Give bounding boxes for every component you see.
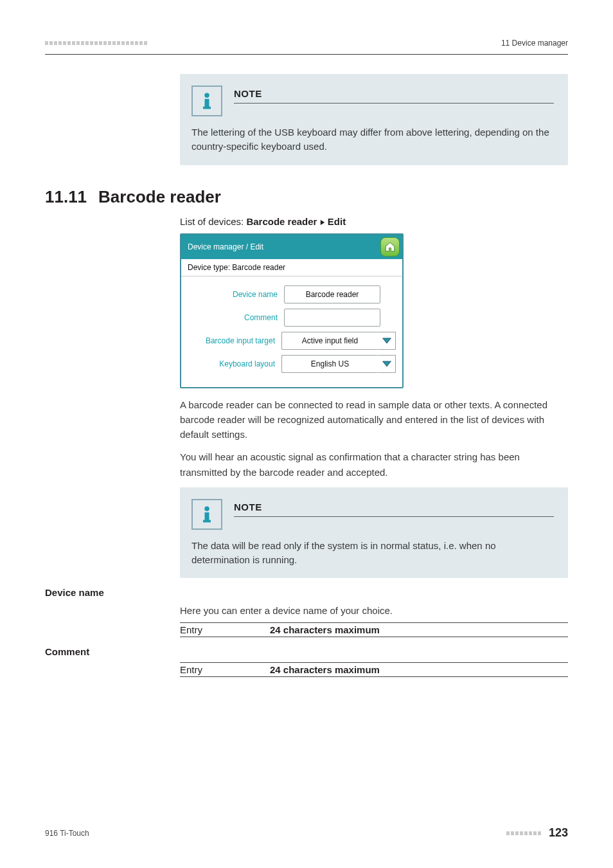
svg-point-0 — [204, 93, 209, 98]
intro-line: List of devices: Barcode reader Edit — [180, 216, 568, 227]
entry-row: Entry 24 characters maximum — [180, 622, 568, 637]
panel-form: Device name Barcode reader Comment Barco… — [181, 285, 402, 387]
info-icon — [191, 499, 222, 530]
note-rule — [234, 103, 554, 104]
intro-bold-2: Edit — [328, 216, 346, 227]
entry-value: 24 characters maximum — [270, 624, 380, 635]
paragraph-1: A barcode reader can be connected to rea… — [180, 397, 568, 442]
header-rule — [45, 54, 568, 55]
entry-label: Entry — [180, 664, 218, 675]
section-number: 11.11 — [45, 187, 87, 207]
svg-marker-5 — [382, 361, 391, 366]
panel-subtitle: Device type: Barcode reader — [181, 259, 402, 273]
page-header: 11 Device manager — [45, 39, 568, 48]
input-target-select[interactable]: Active input field — [281, 332, 378, 350]
keyboard-layout-label: Keyboard layout — [188, 359, 281, 368]
note-body: The data will be read only if the system… — [191, 539, 554, 567]
comment-label: Comment — [188, 313, 284, 322]
note-card-2: NOTE The data will be read only if the s… — [180, 487, 568, 579]
section-heading: 11.11 Barcode reader — [45, 187, 568, 207]
svg-marker-4 — [382, 338, 391, 343]
panel-title: Device manager / Edit — [188, 242, 263, 251]
svg-marker-3 — [320, 220, 324, 225]
comment-field[interactable] — [284, 309, 380, 327]
keyboard-layout-select[interactable]: English US — [281, 355, 378, 373]
panel-titlebar: Device manager / Edit — [181, 235, 402, 259]
home-icon — [384, 241, 396, 253]
chevron-down-icon — [382, 337, 392, 345]
input-target-dropdown[interactable] — [378, 332, 396, 350]
section-title: Barcode reader — [98, 187, 221, 207]
device-edit-panel: Device manager / Edit Device type: Barco… — [180, 233, 404, 388]
svg-rect-8 — [203, 520, 211, 523]
svg-rect-1 — [205, 99, 209, 108]
note-title: NOTE — [234, 502, 554, 512]
chevron-down-icon — [382, 360, 392, 368]
keyboard-layout-dropdown[interactable] — [378, 355, 396, 373]
panel-rule — [181, 276, 402, 276]
note-title: NOTE — [234, 88, 554, 99]
header-ticks — [45, 41, 147, 45]
field-comment: Comment Entry 24 characters maximum — [45, 646, 568, 677]
header-chapter: 11 Device manager — [501, 39, 568, 48]
input-target-label: Barcode input target — [188, 336, 281, 345]
device-name-label: Device name — [188, 290, 284, 299]
svg-rect-2 — [203, 107, 211, 109]
home-button[interactable] — [380, 237, 400, 257]
page-number: 123 — [549, 826, 568, 840]
paragraph-2: You will hear an acoustic signal as conf… — [180, 449, 568, 480]
intro-bold-1: Barcode reader — [246, 216, 317, 227]
page-footer: 916 Ti-Touch 123 — [45, 826, 568, 840]
svg-rect-7 — [205, 512, 209, 521]
footer-product: 916 Ti-Touch — [45, 829, 89, 838]
device-name-field[interactable]: Barcode reader — [284, 285, 380, 303]
entry-label: Entry — [180, 624, 218, 635]
note-body: The lettering of the USB keyboard may di… — [191, 125, 554, 154]
intro-prefix: List of devices: — [180, 216, 246, 227]
note-rule — [234, 516, 554, 517]
field-device-name: Device name Here you can enter a device … — [45, 587, 568, 637]
footer-ticks — [506, 831, 541, 835]
note-card-1: NOTE The lettering of the USB keyboard m… — [180, 74, 568, 165]
entry-row: Entry 24 characters maximum — [180, 662, 568, 677]
field-heading: Device name — [45, 587, 568, 598]
info-icon — [191, 86, 222, 116]
svg-point-6 — [204, 506, 209, 511]
play-icon — [320, 219, 325, 226]
field-heading: Comment — [45, 646, 568, 657]
entry-value: 24 characters maximum — [270, 664, 380, 675]
field-desc: Here you can enter a device name of your… — [180, 603, 568, 618]
